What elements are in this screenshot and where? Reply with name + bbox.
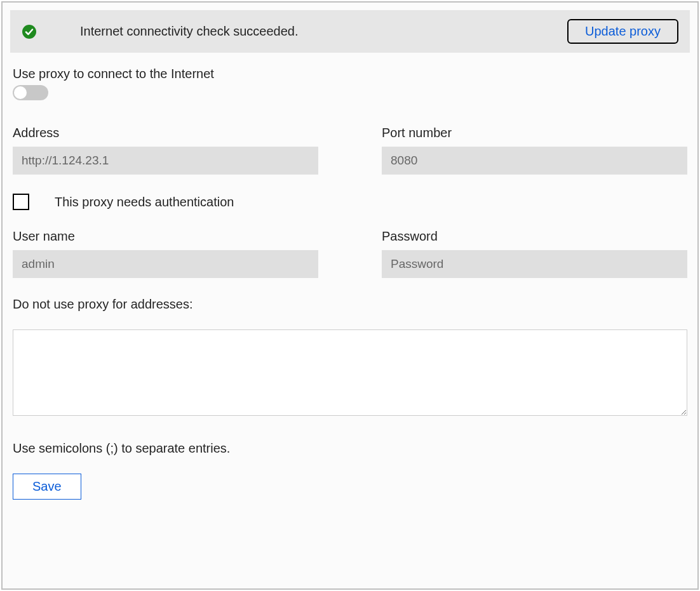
credentials-row: User name Password: [13, 229, 687, 278]
password-field-group: Password: [382, 229, 687, 278]
username-input[interactable]: [13, 250, 318, 278]
address-field-group: Address: [13, 126, 318, 175]
address-input[interactable]: [13, 147, 318, 175]
auth-checkbox[interactable]: [13, 194, 29, 210]
status-bar: Internet connectivity check succeeded. U…: [10, 10, 690, 53]
proxy-settings-panel: Internet connectivity check succeeded. U…: [1, 1, 699, 590]
port-input[interactable]: [382, 147, 687, 175]
status-message: Internet connectivity check succeeded.: [80, 24, 555, 39]
exclude-addresses-textarea[interactable]: [13, 329, 687, 416]
port-field-group: Port number: [382, 126, 687, 175]
address-label: Address: [13, 126, 318, 140]
toggle-knob: [14, 86, 27, 99]
port-label: Port number: [382, 126, 687, 140]
svg-point-0: [22, 25, 36, 39]
username-field-group: User name: [13, 229, 318, 278]
update-proxy-button[interactable]: Update proxy: [567, 19, 678, 44]
address-port-row: Address Port number: [13, 126, 687, 175]
proxy-toggle-label: Use proxy to connect to the Internet: [13, 67, 687, 81]
auth-checkbox-label: This proxy needs authentication: [55, 195, 234, 209]
success-check-icon: [22, 24, 37, 39]
exclude-addresses-label: Do not use proxy for addresses:: [13, 297, 687, 312]
password-label: Password: [382, 229, 687, 244]
username-label: User name: [13, 229, 318, 244]
proxy-toggle[interactable]: [13, 85, 48, 100]
semicolon-hint: Use semicolons (;) to separate entries.: [13, 441, 687, 456]
save-button[interactable]: Save: [13, 474, 81, 500]
password-input[interactable]: [382, 250, 687, 278]
auth-checkbox-row: This proxy needs authentication: [13, 194, 687, 210]
proxy-form: Use proxy to connect to the Internet Add…: [10, 67, 690, 500]
